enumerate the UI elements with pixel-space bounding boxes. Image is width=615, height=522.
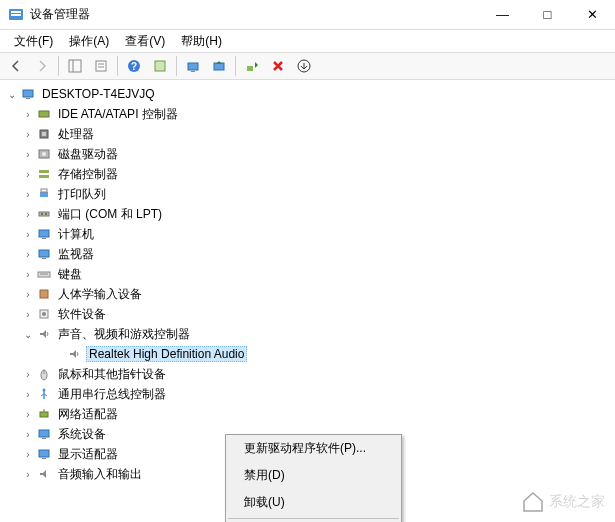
- tree-node[interactable]: ›处理器: [0, 124, 615, 144]
- tree-node[interactable]: ›计算机: [0, 224, 615, 244]
- svg-rect-30: [39, 230, 49, 237]
- down-button[interactable]: [292, 55, 316, 77]
- tree-node-label: 磁盘驱动器: [56, 146, 120, 163]
- device-tree[interactable]: ⌄ DESKTOP-T4EJVJQ ›IDE ATA/ATAPI 控制器›处理器…: [0, 80, 615, 522]
- back-button[interactable]: [4, 55, 28, 77]
- svg-rect-33: [42, 258, 46, 259]
- tree-node-label: 监视器: [56, 246, 96, 263]
- tree-node-label: 显示适配器: [56, 446, 120, 463]
- svg-rect-32: [39, 250, 49, 257]
- ide-icon: [36, 106, 52, 122]
- window-title: 设备管理器: [30, 6, 480, 23]
- tree-node[interactable]: ›键盘: [0, 264, 615, 284]
- software-icon: [36, 306, 52, 322]
- toolbar-sep: [117, 56, 118, 76]
- tree-root[interactable]: ⌄ DESKTOP-T4EJVJQ: [0, 84, 615, 104]
- svg-point-29: [45, 213, 47, 215]
- expand-icon[interactable]: ›: [20, 289, 36, 300]
- port-icon: [36, 206, 52, 222]
- storage-icon: [36, 166, 52, 182]
- minimize-button[interactable]: —: [480, 0, 525, 29]
- context-menu-update-driver[interactable]: 更新驱动程序软件(P)...: [226, 435, 401, 462]
- svg-rect-10: [155, 61, 165, 71]
- expand-icon[interactable]: ›: [20, 409, 36, 420]
- menu-help[interactable]: 帮助(H): [173, 31, 230, 52]
- expand-icon[interactable]: ›: [20, 169, 36, 180]
- tree-node[interactable]: ›监视器: [0, 244, 615, 264]
- expand-icon[interactable]: ›: [20, 469, 36, 480]
- expand-icon[interactable]: ›: [20, 429, 36, 440]
- svg-rect-17: [26, 98, 30, 99]
- expand-icon[interactable]: ›: [20, 389, 36, 400]
- svg-text:?: ?: [131, 61, 137, 72]
- svg-rect-3: [69, 60, 81, 72]
- window-buttons: — □ ✕: [480, 0, 615, 29]
- context-menu-separator: [228, 518, 399, 519]
- context-menu-uninstall[interactable]: 卸载(U): [226, 489, 401, 516]
- menu-view[interactable]: 查看(V): [117, 31, 173, 52]
- keyboard-icon: [36, 266, 52, 282]
- svg-rect-36: [40, 290, 48, 298]
- forward-button[interactable]: [30, 55, 54, 77]
- svg-rect-12: [191, 71, 195, 72]
- scan-hardware-button[interactable]: [181, 55, 205, 77]
- expand-icon[interactable]: ›: [20, 129, 36, 140]
- tree-node-selected[interactable]: Realtek High Definition Audio: [0, 344, 615, 364]
- svg-rect-26: [41, 189, 47, 192]
- expand-icon[interactable]: ›: [20, 449, 36, 460]
- enable-button[interactable]: [240, 55, 264, 77]
- tree-node[interactable]: ›端口 (COM 和 LPT): [0, 204, 615, 224]
- tree-node[interactable]: ›鼠标和其他指针设备: [0, 364, 615, 384]
- tree-node[interactable]: ›存储控制器: [0, 164, 615, 184]
- tree-node-label: 存储控制器: [56, 166, 120, 183]
- tree-node[interactable]: ›网络适配器: [0, 404, 615, 424]
- context-menu: 更新驱动程序软件(P)...禁用(D)卸载(U)扫描检测硬件改动(A)属性(R): [225, 434, 402, 522]
- watermark-text: 系统之家: [549, 493, 605, 511]
- tree-root-label: DESKTOP-T4EJVJQ: [40, 87, 156, 101]
- expand-icon[interactable]: ›: [20, 309, 36, 320]
- update-driver-button[interactable]: [207, 55, 231, 77]
- svg-rect-5: [96, 61, 106, 71]
- expand-icon[interactable]: ›: [20, 249, 36, 260]
- properties-button[interactable]: [89, 55, 113, 77]
- expand-icon[interactable]: ›: [20, 229, 36, 240]
- close-button[interactable]: ✕: [570, 0, 615, 29]
- tree-node-label: 网络适配器: [56, 406, 120, 423]
- context-menu-disable[interactable]: 禁用(D): [226, 462, 401, 489]
- action-button[interactable]: [148, 55, 172, 77]
- expand-icon[interactable]: ›: [20, 149, 36, 160]
- tree-node[interactable]: ›通用串行总线控制器: [0, 384, 615, 404]
- tree-node-label: 声音、视频和游戏控制器: [56, 326, 192, 343]
- tree-node[interactable]: ›软件设备: [0, 304, 615, 324]
- titlebar: 设备管理器 — □ ✕: [0, 0, 615, 30]
- svg-rect-11: [188, 63, 198, 70]
- help-button[interactable]: ?: [122, 55, 146, 77]
- svg-rect-25: [40, 192, 48, 197]
- tree-node[interactable]: ›打印队列: [0, 184, 615, 204]
- expand-icon[interactable]: ›: [20, 109, 36, 120]
- show-hide-tree-button[interactable]: [63, 55, 87, 77]
- expand-icon[interactable]: ⌄: [20, 329, 36, 340]
- svg-point-22: [42, 152, 46, 156]
- mouse-icon: [36, 366, 52, 382]
- maximize-button[interactable]: □: [525, 0, 570, 29]
- expand-icon[interactable]: ›: [20, 189, 36, 200]
- tree-node-label: IDE ATA/ATAPI 控制器: [56, 106, 180, 123]
- collapse-icon[interactable]: ⌄: [4, 89, 20, 100]
- uninstall-button[interactable]: [266, 55, 290, 77]
- toolbar-sep: [176, 56, 177, 76]
- tree-node[interactable]: ›IDE ATA/ATAPI 控制器: [0, 104, 615, 124]
- svg-rect-24: [39, 175, 49, 178]
- tree-node[interactable]: ›磁盘驱动器: [0, 144, 615, 164]
- tree-node[interactable]: ⌄声音、视频和游戏控制器: [0, 324, 615, 344]
- tree-node[interactable]: ›人体学输入设备: [0, 284, 615, 304]
- expand-icon[interactable]: ›: [20, 369, 36, 380]
- network-icon: [36, 406, 52, 422]
- menu-action[interactable]: 操作(A): [61, 31, 117, 52]
- expand-icon[interactable]: ›: [20, 269, 36, 280]
- menu-file[interactable]: 文件(F): [6, 31, 61, 52]
- svg-rect-18: [39, 111, 49, 117]
- tree-node-label: 打印队列: [56, 186, 108, 203]
- expand-icon[interactable]: ›: [20, 209, 36, 220]
- cpu-icon: [36, 126, 52, 142]
